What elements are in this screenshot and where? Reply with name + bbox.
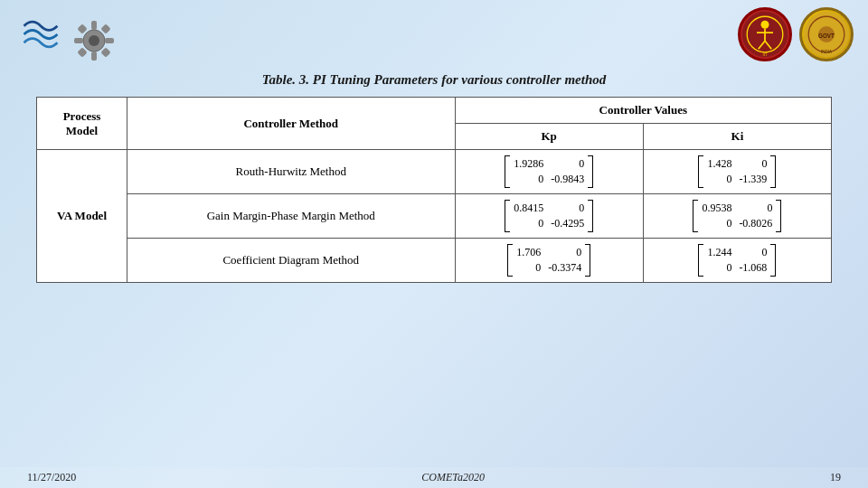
kp-matrix-cell: 0.84150 0-0.4295 <box>455 194 643 239</box>
process-model-cell: VA Model <box>37 150 127 283</box>
svg-rect-6 <box>77 23 87 33</box>
svg-text:IIT: IIT <box>762 52 768 57</box>
gear-icon <box>67 14 121 68</box>
logo-right: GOVT INDIA <box>799 7 854 61</box>
svg-point-1 <box>89 35 99 46</box>
svg-rect-7 <box>100 23 110 33</box>
content-area: Table. 3. PI Tuning Parameters for vario… <box>0 72 868 283</box>
method-cell: Routh-Hurwitz Method <box>127 150 456 194</box>
footer-page: 19 <box>830 471 841 484</box>
svg-rect-5 <box>105 38 114 43</box>
left-logo-area <box>18 14 121 68</box>
logos-area: IIT GOVT INDIA <box>738 7 854 61</box>
process-model-header: Process Model <box>37 98 127 150</box>
svg-rect-4 <box>74 38 83 43</box>
svg-text:INDIA: INDIA <box>821 50 832 54</box>
header-row: Process Model Controller Method Controll… <box>37 98 832 124</box>
method-cell: Gain Margin-Phase Margin Method <box>127 194 456 239</box>
kp-matrix-cell: 1.7060 0-0.3374 <box>455 239 643 283</box>
svg-rect-2 <box>91 21 97 30</box>
footer-bar: 11/27/2020 COMETa2020 19 <box>0 467 868 488</box>
kp-header: Kp <box>455 124 643 150</box>
controller-values-header: Controller Values <box>455 98 831 124</box>
kp-matrix-cell: 1.92860 0-0.9843 <box>455 150 643 194</box>
footer-date: 11/27/2020 <box>27 471 76 484</box>
ki-header: Ki <box>643 124 831 150</box>
ki-matrix-cell: 1.2440 0-1.068 <box>643 239 831 283</box>
main-table: Process Model Controller Method Controll… <box>36 97 832 283</box>
svg-point-12 <box>761 21 769 29</box>
svg-text:GOVT: GOVT <box>818 33 835 39</box>
controller-method-header: Controller Method <box>127 98 456 150</box>
method-cell: Coefficient Diagram Method <box>127 239 456 283</box>
svg-rect-8 <box>77 47 87 57</box>
table-row: VA ModelRouth-Hurwitz Method 1.92860 0-0… <box>37 150 832 194</box>
ki-matrix-cell: 1.4280 0-1.339 <box>643 150 831 194</box>
wave-icon <box>18 14 63 68</box>
ki-matrix-cell: 0.95380 0-0.8026 <box>643 194 831 239</box>
table-title: Table. 3. PI Tuning Parameters for vario… <box>36 72 832 88</box>
table-row: Coefficient Diagram Method 1.7060 0-0.33… <box>37 239 832 283</box>
table-row: Gain Margin-Phase Margin Method 0.84150 … <box>37 194 832 239</box>
footer-center: COMETa2020 <box>421 471 485 484</box>
top-bar: IIT GOVT INDIA <box>0 0 868 72</box>
logo-left: IIT <box>738 7 792 61</box>
svg-rect-9 <box>100 47 110 57</box>
svg-rect-3 <box>91 52 97 61</box>
